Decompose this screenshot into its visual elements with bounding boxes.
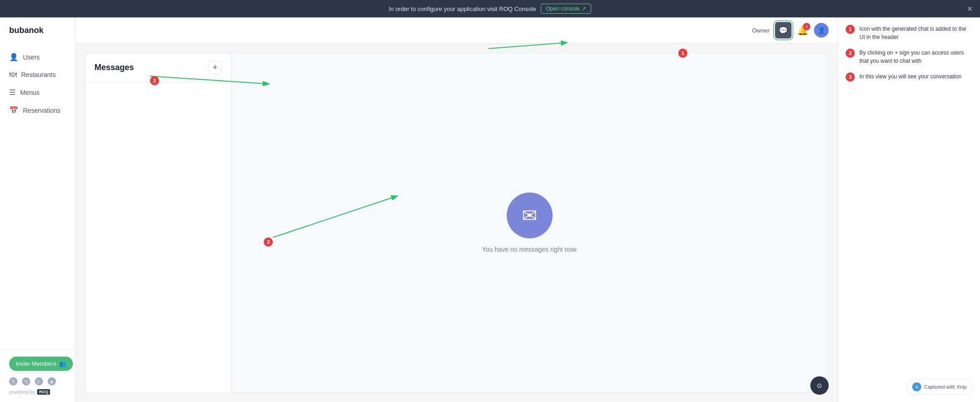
banner-text: In order to configure your application v… [389,6,537,12]
sidebar-item-label-users: Users [23,54,40,61]
external-link-icon: ↗ [581,6,586,12]
app-layout: bubanok 👤 Users 🍽 Restaurants ☰ Menus 📅 … [0,17,980,402]
open-console-button[interactable]: Open console ↗ [541,4,591,14]
annotation-panel: 1 Icon with the generated chat is added … [838,17,980,402]
chat-icon-button[interactable]: 💬 [775,22,792,39]
restaurants-icon: 🍽 [9,71,17,79]
sidebar-item-restaurants[interactable]: 🍽 Restaurants [0,66,75,83]
powered-by: powered by ROQ [9,389,66,395]
user-role-label: Owner [752,27,770,34]
twitter-icon[interactable]: 𝕏 [9,377,17,385]
invite-members-label: Invite Members [16,360,56,367]
capture-icon: ⊙ [810,376,829,395]
sidebar-item-reservations[interactable]: 📅 Reservations [0,101,75,119]
annotation-text-2: By clicking on + sign you can access use… [859,49,973,65]
roq-logo: ROQ [37,389,50,395]
messages-title: Messages [94,63,134,72]
xnip-logo: X [912,382,921,391]
reservations-icon: 📅 [9,106,18,115]
sidebar-item-users[interactable]: 👤 Users [0,48,75,66]
annotation-item-2: 2 By clicking on + sign you can access u… [846,49,973,65]
discord-icon[interactable]: ◈ [48,377,56,385]
annotation-text-1: Icon with the generated chat is added to… [859,25,973,41]
notification-badge: 0 [803,23,810,30]
menus-icon: ☰ [9,88,16,97]
sidebar-item-label-reservations: Reservations [23,107,61,114]
social-icons-group: 𝕏 ⌥ ▷ ◈ [9,377,66,385]
github-icon[interactable]: ⌥ [22,377,30,385]
avatar-icon: 👤 [818,27,825,34]
annotation-circle-1: 1 [678,49,687,58]
brand-name: bubanok [0,17,75,44]
notification-button[interactable]: 🔔 0 [797,25,808,36]
empty-chat-state: ✉ You have no messages right now. [482,193,578,253]
xnip-label: Captured with Xnip [924,384,967,390]
envelope-icon: ✉ [522,205,537,226]
content-body: Messages + ✉ You have no messages right … [76,44,838,402]
empty-messages-text: You have no messages right now. [482,246,578,253]
chat-bubble-icon: 💬 [779,26,788,35]
annotation-text-3: In this view you will see your conversat… [859,72,962,82]
console-button-label: Open console [546,6,580,12]
annotation-item-3: 3 In this view you will see your convers… [846,72,973,82]
annotation-num-2: 2 [846,49,855,58]
add-conversation-button[interactable]: + [208,61,222,74]
sidebar-footer: Invite Members 👥 𝕏 ⌥ ▷ ◈ powered by ROQ [0,349,75,402]
top-banner: In order to configure your application v… [0,0,980,17]
annotation-num-3: 3 [846,72,855,82]
user-avatar[interactable]: 👤 [814,23,829,38]
messages-panel: Messages + [85,53,232,393]
sidebar: bubanok 👤 Users 🍽 Restaurants ☰ Menus 📅 … [0,17,76,402]
annotation-num-1: 1 [846,25,855,34]
invite-members-button[interactable]: Invite Members 👥 [9,357,73,371]
sidebar-item-label-menus: Menus [20,89,39,96]
youtube-icon[interactable]: ▷ [35,377,43,385]
annotation-circle-3: 3 [264,237,273,247]
banner-close-button[interactable]: ✕ [967,5,973,13]
sidebar-item-label-restaurants: Restaurants [21,71,55,78]
main-content: Owner 💬 🔔 0 👤 1 2 3 [76,17,838,402]
powered-by-text: powered by [9,389,35,395]
xnip-badge: X Captured with Xnip [906,379,973,395]
messages-list [85,82,231,392]
main-header: Owner 💬 🔔 0 👤 [76,17,838,44]
annotation-item-1: 1 Icon with the generated chat is added … [846,25,973,41]
sidebar-nav: 👤 Users 🍽 Restaurants ☰ Menus 📅 Reservat… [0,44,75,349]
mail-circle-icon: ✉ [507,193,553,238]
sidebar-item-menus[interactable]: ☰ Menus [0,83,75,101]
add-person-icon: 👥 [59,360,66,367]
chat-area: ✉ You have no messages right now. [232,53,829,393]
users-icon: 👤 [9,53,18,61]
annotation-circle-2: 2 [150,76,159,85]
